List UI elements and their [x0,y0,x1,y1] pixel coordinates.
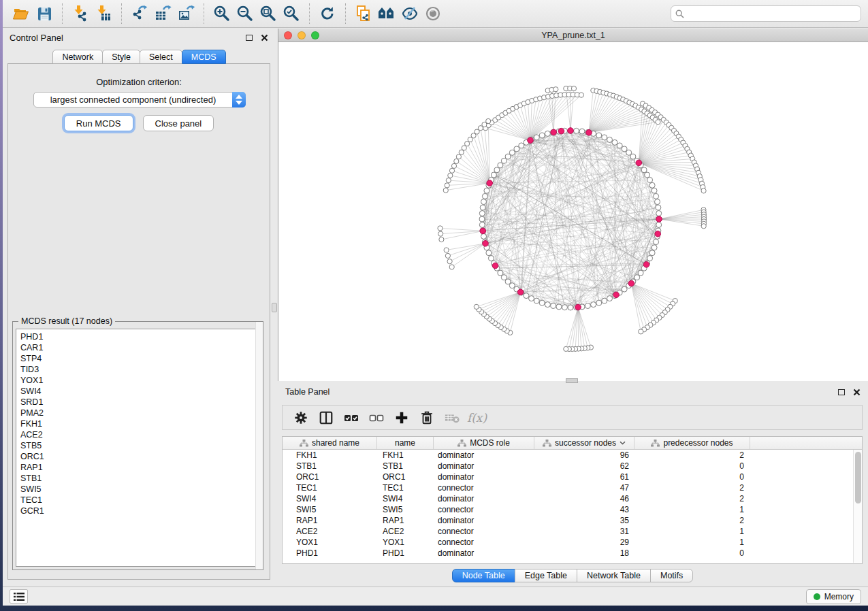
mcds-result-item[interactable]: STB1 [16,473,259,484]
refresh-icon[interactable] [316,2,339,25]
graph-node[interactable] [498,270,503,276]
mcds-result-item[interactable]: GCR1 [16,506,259,516]
graph-node[interactable] [568,305,573,310]
table-cell[interactable]: 61 [534,472,634,482]
table-scrollbar-thumb[interactable] [855,452,861,503]
mcds-result-item[interactable]: SWI5 [16,484,259,495]
graph-node[interactable] [652,245,657,250]
table-cell[interactable]: STB1 [377,461,434,471]
graph-mcds-node[interactable] [655,231,661,237]
tab-style[interactable]: Style [102,50,140,64]
graph-node[interactable] [454,159,459,163]
graph-node[interactable] [451,163,456,168]
graph-node[interactable] [596,133,602,138]
graph-node[interactable] [479,222,485,228]
table-cell[interactable]: STB1 [283,461,377,471]
graph-node[interactable] [505,279,511,284]
graph-node[interactable] [649,182,655,188]
table-cell[interactable]: 96 [534,450,634,460]
mcds-result-item[interactable]: PHD1 [16,331,259,342]
graph-mcds-node[interactable] [492,263,498,269]
mcds-result-item[interactable]: STP4 [16,353,259,364]
graph-node[interactable] [448,173,453,178]
graph-node[interactable] [654,240,659,245]
node-table-body[interactable]: FKH1FKH1dominator962STB1STB1dominator620… [283,450,853,563]
graph-node[interactable] [607,137,613,142]
graph-node[interactable] [638,270,643,276]
table-cell[interactable]: 46 [534,494,634,503]
float-panel-icon[interactable] [838,389,845,395]
first-neighbors-icon[interactable] [375,2,398,25]
float-panel-icon[interactable] [246,35,253,41]
table-cell[interactable]: dominator [434,516,534,525]
network-graph[interactable] [278,42,868,381]
graph-node[interactable] [481,233,487,239]
table-cell[interactable]: ACE2 [283,527,377,536]
close-panel-button[interactable]: Close panel [143,115,214,131]
graph-node[interactable] [656,205,661,210]
graph-node[interactable] [649,250,655,256]
graph-node[interactable] [539,300,545,306]
graph-node[interactable] [443,188,448,193]
table-cell[interactable]: PHD1 [377,548,434,558]
column-header-mcds-role[interactable]: MCDS role [434,437,534,449]
export-table-icon[interactable] [151,2,174,25]
graph-node[interactable] [498,163,503,168]
export-image-icon[interactable] [174,2,197,25]
table-cell[interactable]: FKH1 [377,450,434,460]
mcds-result-item[interactable]: RAP1 [16,462,259,473]
graph-node[interactable] [479,216,485,222]
graph-node[interactable] [438,231,443,236]
graph-node[interactable] [612,139,617,145]
table-scrollbar[interactable] [853,450,862,563]
table-row[interactable]: ACE2ACE2connector311 [283,526,853,537]
graph-mcds-node[interactable] [628,280,634,286]
show-columns-icon[interactable] [313,408,338,428]
graph-node[interactable] [641,167,647,173]
zoom-selected-icon[interactable] [280,2,303,25]
graph-node[interactable] [501,275,507,280]
graph-node[interactable] [645,172,650,178]
column-header-successor-nodes[interactable]: successor nodes [534,437,634,449]
deselect-all-icon[interactable] [364,408,389,428]
table-cell[interactable]: 2 [634,494,750,503]
graph-mcds-node[interactable] [575,304,581,310]
table-cell[interactable]: 0 [634,548,750,558]
graph-node[interactable] [474,304,479,309]
graph-node[interactable] [553,87,558,92]
table-row[interactable]: STB1STB1dominator620 [283,461,853,472]
graph-node[interactable] [701,224,706,229]
zoom-in-icon[interactable] [210,2,234,25]
graph-node[interactable] [524,293,529,299]
graph-node[interactable] [491,172,496,178]
graph-node[interactable] [654,193,659,199]
graph-node[interactable] [556,304,562,310]
graph-node[interactable] [655,199,660,205]
network-canvas[interactable] [278,42,868,381]
graph-mcds-node[interactable] [586,130,592,136]
graph-node[interactable] [596,300,602,306]
graph-node[interactable] [514,146,519,152]
table-cell[interactable]: dominator [434,461,534,471]
table-cell[interactable]: dominator [434,450,534,460]
graph-node[interactable] [656,211,662,216]
close-panel-icon[interactable] [853,389,861,396]
table-row[interactable]: RAP1RAP1dominator352 [283,515,853,526]
graph-node[interactable] [591,302,596,308]
table-cell[interactable]: ORC1 [377,472,434,482]
table-row[interactable]: SWI4SWI4dominator462 [283,493,853,504]
mcds-result-item[interactable]: STB5 [16,440,259,451]
table-cell[interactable]: 1 [634,527,750,536]
export-network-icon[interactable] [128,2,151,25]
tab-edge-table[interactable]: Edge Table [515,569,577,582]
show-all-icon[interactable] [421,2,445,25]
table-cell[interactable]: RAP1 [377,516,434,525]
clone-network-icon[interactable] [352,2,375,25]
graph-node[interactable] [449,265,454,269]
optimization-criterion-select[interactable]: largest connected component (undirected) [33,92,246,108]
table-cell[interactable]: connector [434,527,534,536]
table-cell[interactable]: SWI5 [377,505,434,514]
graph-mcds-node[interactable] [643,262,649,268]
graph-node[interactable] [509,283,515,288]
graph-node[interactable] [564,346,568,351]
